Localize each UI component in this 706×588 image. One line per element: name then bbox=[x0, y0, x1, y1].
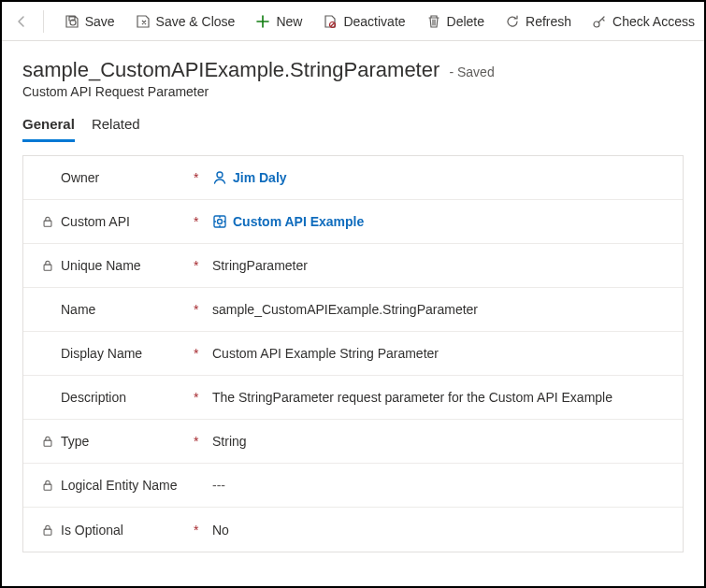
page-title: sample_CustomAPIExample.StringParameter … bbox=[22, 58, 684, 82]
field-label: Unique Name bbox=[61, 258, 141, 273]
svg-point-5 bbox=[218, 220, 223, 224]
refresh-button[interactable]: Refresh bbox=[496, 7, 581, 36]
field-description: Description * The StringParameter reques… bbox=[23, 376, 683, 420]
svg-rect-7 bbox=[44, 440, 51, 446]
custom-api-link[interactable]: Custom API Example bbox=[212, 214, 666, 229]
save-close-icon bbox=[136, 14, 151, 29]
record-title: sample_CustomAPIExample.StringParameter bbox=[22, 58, 439, 81]
type-value[interactable]: String bbox=[212, 434, 666, 449]
field-label: Display Name bbox=[61, 346, 142, 361]
name-value[interactable]: sample_CustomAPIExample.StringParameter bbox=[212, 302, 666, 317]
field-name: Name * sample_CustomAPIExample.StringPar… bbox=[23, 288, 683, 332]
display-name-value[interactable]: Custom API Example String Parameter bbox=[212, 346, 666, 361]
form-panel: Owner * Jim Daly Custom API * bbox=[22, 155, 684, 552]
field-logical-entity-name: Logical Entity Name --- bbox=[23, 464, 683, 508]
logical-entity-name-value[interactable]: --- bbox=[212, 478, 666, 493]
back-button[interactable] bbox=[9, 7, 34, 36]
description-value[interactable]: The StringParameter request parameter fo… bbox=[212, 390, 666, 405]
check-access-button[interactable]: Check Access bbox=[583, 7, 704, 36]
lock-icon bbox=[40, 523, 55, 538]
save-label: Save bbox=[85, 14, 115, 29]
new-label: New bbox=[276, 14, 302, 29]
new-button[interactable]: New bbox=[246, 7, 311, 36]
required-marker: * bbox=[194, 214, 212, 229]
key-icon bbox=[592, 14, 607, 29]
svg-rect-3 bbox=[44, 221, 51, 226]
person-icon bbox=[212, 170, 227, 185]
svg-rect-9 bbox=[44, 529, 51, 535]
field-label: Owner bbox=[61, 170, 99, 185]
required-marker: * bbox=[194, 434, 212, 449]
required-marker: * bbox=[194, 346, 212, 361]
field-display-name: Display Name * Custom API Example String… bbox=[23, 332, 683, 376]
unique-name-value[interactable]: StringParameter bbox=[212, 258, 666, 273]
required-marker: * bbox=[194, 170, 212, 185]
owner-value: Jim Daly bbox=[233, 170, 287, 185]
field-label: Custom API bbox=[61, 214, 130, 229]
required-marker: * bbox=[194, 302, 212, 317]
svg-point-2 bbox=[217, 172, 223, 178]
lock-icon bbox=[40, 478, 55, 493]
is-optional-value[interactable]: No bbox=[212, 523, 666, 538]
deactivate-label: Deactivate bbox=[343, 14, 405, 29]
field-label: Logical Entity Name bbox=[61, 478, 178, 493]
lock-icon bbox=[40, 214, 55, 229]
save-and-close-button[interactable]: Save & Close bbox=[126, 7, 245, 36]
lock-icon bbox=[40, 434, 55, 449]
field-label: Is Optional bbox=[61, 523, 123, 538]
tab-related[interactable]: Related bbox=[92, 116, 140, 142]
field-is-optional: Is Optional * No bbox=[23, 508, 683, 552]
field-type: Type * String bbox=[23, 420, 683, 464]
delete-button[interactable]: Delete bbox=[417, 7, 494, 36]
lock-icon bbox=[40, 258, 55, 273]
delete-label: Delete bbox=[447, 14, 484, 29]
custom-api-value: Custom API Example bbox=[233, 214, 364, 229]
field-owner: Owner * Jim Daly bbox=[23, 156, 683, 200]
plus-icon bbox=[255, 14, 270, 29]
save-close-label: Save & Close bbox=[156, 14, 236, 29]
check-access-label: Check Access bbox=[612, 14, 695, 29]
required-marker: * bbox=[194, 523, 212, 538]
svg-rect-6 bbox=[44, 265, 51, 270]
save-status: - Saved bbox=[449, 65, 494, 79]
refresh-label: Refresh bbox=[526, 14, 571, 29]
owner-link[interactable]: Jim Daly bbox=[212, 170, 666, 185]
save-button[interactable]: Save bbox=[55, 7, 124, 36]
command-bar: Save Save & Close New Deactivate Delete … bbox=[2, 2, 704, 41]
svg-rect-8 bbox=[44, 484, 51, 490]
field-custom-api: Custom API * Custom API Example bbox=[23, 200, 683, 244]
field-label: Type bbox=[61, 434, 89, 449]
api-icon bbox=[212, 214, 227, 229]
tabstrip: General Related bbox=[2, 103, 704, 142]
deactivate-icon bbox=[323, 14, 338, 29]
divider bbox=[43, 10, 44, 33]
required-marker: * bbox=[194, 258, 212, 273]
field-unique-name: Unique Name * StringParameter bbox=[23, 244, 683, 288]
field-label: Name bbox=[61, 302, 95, 317]
tab-general[interactable]: General bbox=[22, 116, 75, 142]
arrow-left-icon bbox=[14, 14, 29, 29]
trash-icon bbox=[426, 14, 441, 29]
field-label: Description bbox=[61, 390, 126, 405]
required-marker: * bbox=[194, 390, 212, 405]
entity-name: Custom API Request Parameter bbox=[22, 84, 684, 99]
save-icon bbox=[65, 14, 79, 29]
refresh-icon bbox=[505, 14, 520, 29]
deactivate-button[interactable]: Deactivate bbox=[313, 7, 414, 36]
page-header: sample_CustomAPIExample.StringParameter … bbox=[2, 41, 704, 103]
